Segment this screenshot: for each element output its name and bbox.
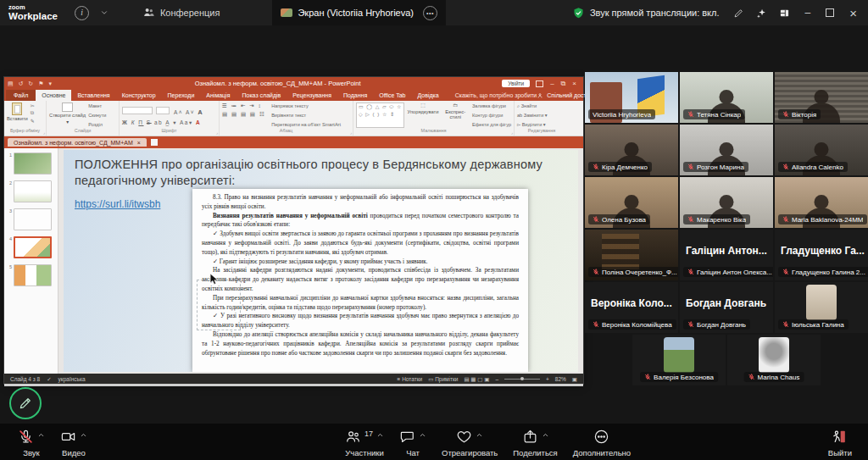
align-buttons[interactable]: ▤ ▤ ▤ ▤ ☷ [222, 111, 265, 118]
replace-button[interactable]: ab Замінити ▾ [517, 112, 548, 119]
ppt-close-button[interactable]: × [572, 80, 576, 87]
ribbon-tab-5[interactable]: Анімація [200, 90, 236, 101]
chevron-up-icon[interactable] [542, 429, 549, 439]
spellcheck-icon[interactable]: ✓ [47, 376, 51, 383]
align-text-button[interactable]: Вирівняти текст [271, 112, 341, 119]
shape-fill-button[interactable]: Заливка фігури [472, 103, 511, 110]
tab-conference[interactable]: Конференция [142, 0, 220, 25]
participant-tile[interactable]: Галіцин Антон...Галіцин Антон Олекса... [680, 230, 773, 280]
annotate-pen-icon[interactable] [733, 8, 744, 19]
participant-tile[interactable]: Aliandra Calenko [775, 125, 868, 175]
participant-tile[interactable]: Кіра Демченко [585, 125, 678, 175]
toolbar-chat-button[interactable]: Чат [392, 426, 434, 457]
shapes-gallery[interactable]: ▭ ◯ △ ▱ ⬭ ☆◇ ▷ ( ) ☆ ⇕ [356, 103, 404, 128]
ribbon-tab-3[interactable]: Конструктор [116, 90, 162, 101]
tab-options-icon[interactable]: ••• [423, 6, 437, 20]
clipboard-small-buttons[interactable]: ✂⧉✎ [31, 103, 35, 128]
comments-button[interactable]: ▭ Примітки [428, 376, 458, 383]
slide-link[interactable]: https://surl.li/itwsbh [75, 198, 160, 210]
ribbon-options-icon[interactable] [536, 80, 543, 87]
chevron-up-icon[interactable] [476, 429, 483, 439]
close-button[interactable]: × [849, 7, 857, 19]
participant-tile[interactable]: Макаренко Віка [680, 177, 773, 228]
toolbar-mute-button[interactable]: Звук [10, 426, 53, 457]
notes-button[interactable]: ≡ Нотатки [398, 376, 423, 382]
participant-tile[interactable]: Maria Baklanova-24MM [775, 177, 868, 228]
zoom-out-button[interactable]: – [495, 376, 498, 382]
fit-slide-button[interactable]: ▣ [572, 376, 577, 383]
toolbar-video-button[interactable]: Видео [53, 426, 95, 457]
ribbon-tab-6[interactable]: Показ слайдів [236, 90, 287, 101]
document-tab-close-icon[interactable]: × [137, 140, 141, 146]
participant-tile[interactable]: Тетяна Сінкар [680, 72, 773, 123]
slide-thumbnail[interactable]: 2 [7, 180, 55, 202]
find-button[interactable]: ⌕ Знайти [517, 103, 548, 110]
ribbon-tab-2[interactable]: Вставлення [71, 90, 115, 101]
participant-tile[interactable]: Вероніка Коло...Вероніка Коломійцева [585, 282, 678, 333]
toolbar-share-button[interactable]: Поделиться [505, 426, 565, 457]
font-style-buttons[interactable]: Ж К П S ab A̲ ▾ Aa▾ A [122, 119, 216, 126]
minimize-button[interactable]: – [805, 8, 811, 18]
chevron-up-icon[interactable] [376, 429, 384, 439]
ribbon-tab-1[interactable]: Основне [36, 90, 71, 101]
arrange-button[interactable]: ⬚Упорядкувати [407, 103, 438, 128]
section-button[interactable]: Розділ [88, 121, 106, 128]
tab-screen-share[interactable]: Экран (Victoriia Hryhorieva) ••• [272, 0, 446, 25]
ribbon-tab-0[interactable]: Файл [6, 90, 36, 101]
participant-tile[interactable]: Marina Chaus [727, 335, 821, 385]
ribbon-tab-7[interactable]: Рецензування [287, 90, 337, 101]
shape-effects-button[interactable]: Ефекти для фігур [472, 121, 511, 128]
toolbar-participants-button[interactable]: 17Участники [337, 426, 392, 457]
participant-tile[interactable]: Іюльська Галина [775, 282, 868, 333]
zoom-in-button[interactable]: + [546, 376, 549, 382]
quick-styles-button[interactable]: 🗀Експрес-стилі [441, 103, 470, 128]
slide-thumbnail[interactable]: 3 [7, 208, 55, 230]
text-direction-button[interactable]: Напрямок тексту [271, 103, 341, 110]
ppt-restore-button[interactable]: ⧉ [561, 80, 566, 87]
chevron-up-icon[interactable] [80, 429, 87, 439]
slide-thumbnail[interactable]: 4 [7, 236, 55, 258]
zoom-level[interactable]: 82% [555, 376, 566, 382]
new-slide-button[interactable]: Створити слайд▾ [49, 103, 86, 128]
slide-number-indicator[interactable]: Слайд 4 з 8 [10, 376, 40, 382]
participant-tile[interactable]: Олена Бузова [585, 177, 678, 228]
sign-in-button[interactable]: Увійти [502, 80, 530, 87]
participant-tile[interactable]: Розгон Марина [680, 125, 773, 175]
layout-view-icon[interactable] [779, 8, 790, 19]
select-button[interactable]: ▻ Виділити ▾ [517, 121, 548, 128]
new-document-tab-button[interactable] [151, 139, 158, 146]
paste-button[interactable]: Вставити [7, 103, 28, 128]
annotation-toolbar-button[interactable] [9, 387, 42, 419]
ribbon-tab-9[interactable]: Office Tab [373, 90, 411, 101]
ai-companion-icon[interactable] [756, 8, 767, 19]
participant-tile[interactable]: Богдан ДовганьБогдан Довгань [680, 282, 773, 333]
ppt-minimize-button[interactable]: – [550, 80, 554, 87]
toolbar-more-button[interactable]: Дополнительно [565, 426, 638, 457]
chevron-up-icon[interactable] [37, 429, 45, 439]
chevron-down-icon[interactable] [100, 8, 108, 17]
toolbar-leave-button[interactable]: Выйти [821, 426, 860, 457]
participant-tile[interactable]: Victoriia Hryhorieva [585, 72, 678, 123]
tell-me-label[interactable]: Скажіть, що потрібно зробити [455, 92, 537, 98]
toolbar-reactions-button[interactable]: Отреагировать [434, 426, 505, 457]
smartart-button[interactable]: Перетворити на об'єкт SmartArt [271, 121, 341, 128]
zoom-slider[interactable] [504, 379, 540, 380]
layout-button[interactable]: Макет [88, 103, 106, 110]
ribbon-tab-10[interactable]: Довідка [412, 90, 445, 101]
font-name-size-controls[interactable]: A˄ A˅ 𝗔 [122, 103, 216, 118]
slide-thumbnail[interactable]: 1 [7, 152, 55, 175]
participant-tile[interactable]: Гладущенко Га...Гладущенко Галина 2... [775, 230, 868, 280]
language-indicator[interactable]: українська [58, 376, 86, 382]
view-buttons[interactable]: ▤ ▦ ▢ ▣ [464, 376, 489, 383]
participant-tile[interactable]: Валерія Безсонова [632, 335, 726, 385]
document-tab[interactable]: Ознайомл. з неформ. освітою_СД_ММ+АМ × [8, 138, 147, 147]
ribbon-tab-4[interactable]: Переходи [162, 90, 201, 101]
reset-button[interactable]: Скинути [88, 112, 106, 119]
participant-tile[interactable]: Поліна Очеретенко_Ф... [585, 230, 678, 280]
info-icon[interactable]: i [75, 6, 89, 20]
restore-button[interactable] [826, 8, 834, 17]
ribbon-tab-8[interactable]: Подання [337, 90, 373, 101]
participant-tile[interactable]: Вікторія [775, 72, 868, 123]
shape-outline-button[interactable]: Контур фігури [472, 112, 511, 119]
quick-access-toolbar[interactable]: ▤ ↺ ↻ ⚑ ▾ [8, 80, 53, 87]
